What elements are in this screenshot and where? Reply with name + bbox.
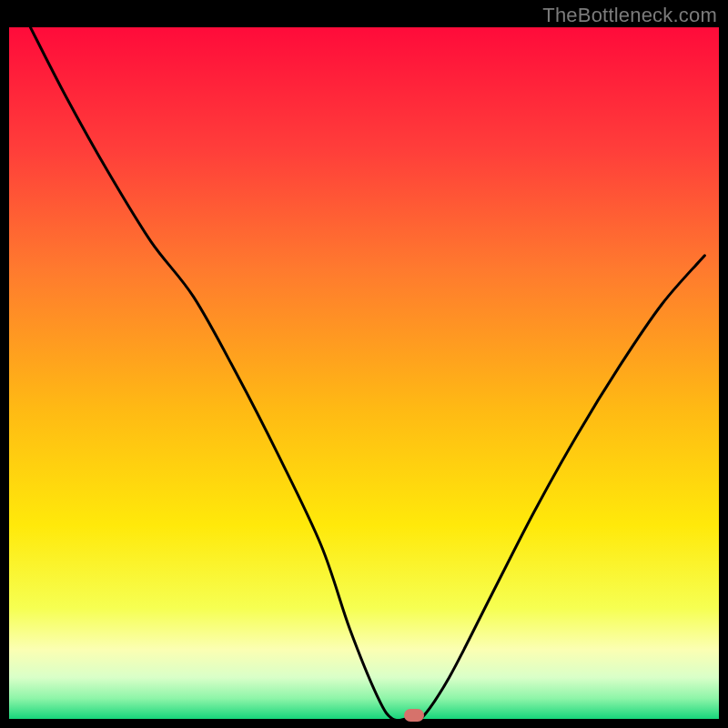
optimal-marker: [404, 709, 424, 722]
curve-layer: [9, 27, 719, 719]
chart-stage: TheBottleneck.com: [0, 0, 728, 728]
bottleneck-curve: [30, 27, 704, 719]
plot-area: [9, 27, 719, 719]
watermark-text: TheBottleneck.com: [542, 4, 717, 27]
